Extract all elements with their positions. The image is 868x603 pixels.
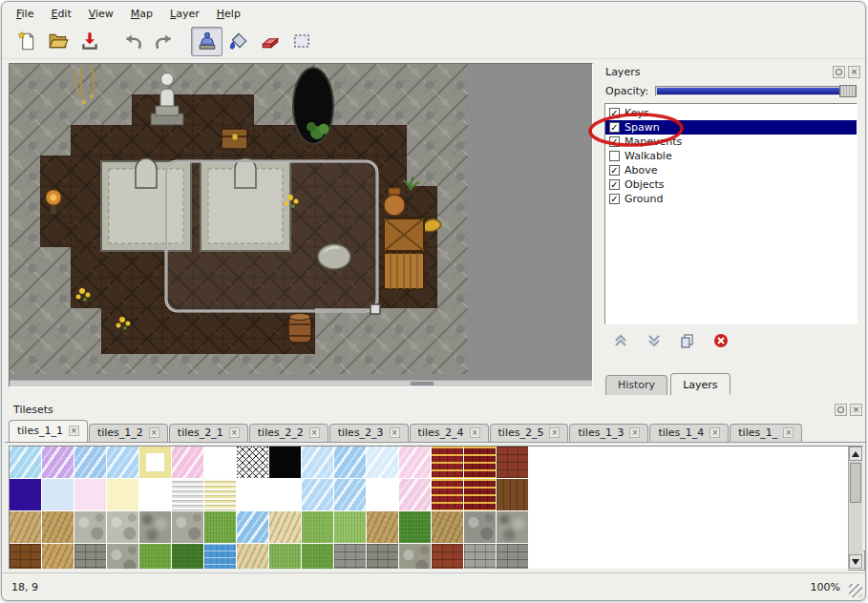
tile[interactable] xyxy=(172,447,203,478)
redo-button[interactable] xyxy=(148,27,180,56)
tile[interactable] xyxy=(464,479,496,510)
tile[interactable] xyxy=(432,479,463,510)
layer-row-ground[interactable]: ✓Ground xyxy=(605,192,857,206)
eraser-tool-button[interactable] xyxy=(254,27,286,56)
tab-history[interactable]: History xyxy=(605,375,667,395)
layer-list[interactable]: ✓Keys✓Spawn✓MapeventsWalkable✓Above✓Obje… xyxy=(604,103,857,324)
tile[interactable] xyxy=(42,511,74,543)
menu-map[interactable]: Map xyxy=(122,6,161,23)
layer-row-above[interactable]: ✓Above xyxy=(605,163,857,177)
tile[interactable] xyxy=(399,511,431,543)
tileset-tab-tiles_2_3[interactable]: tiles_2_3× xyxy=(329,424,409,442)
tab-close-icon[interactable]: × xyxy=(629,427,640,438)
tile[interactable] xyxy=(334,544,366,570)
open-button[interactable] xyxy=(42,27,74,56)
tile[interactable] xyxy=(237,479,268,510)
tile[interactable] xyxy=(204,511,236,543)
tab-close-icon[interactable]: × xyxy=(783,427,794,438)
tile[interactable] xyxy=(269,511,301,543)
resize-grip[interactable] xyxy=(849,584,862,597)
scroll-up-button[interactable] xyxy=(849,447,862,461)
tile-grid[interactable] xyxy=(10,447,528,570)
tile[interactable] xyxy=(42,479,74,510)
tile[interactable] xyxy=(464,511,496,543)
tile[interactable] xyxy=(42,544,74,570)
tile[interactable] xyxy=(74,511,106,543)
tile[interactable] xyxy=(10,544,41,570)
tile[interactable] xyxy=(367,544,398,570)
tile[interactable] xyxy=(74,544,106,570)
save-button[interactable] xyxy=(74,27,105,56)
tile[interactable] xyxy=(302,544,333,570)
tileset-tab-tiles_1_2[interactable]: tiles_1_2× xyxy=(89,424,168,442)
undo-button[interactable] xyxy=(116,27,148,56)
fill-tool-button[interactable] xyxy=(222,27,254,56)
tile[interactable] xyxy=(172,479,203,510)
tile[interactable] xyxy=(334,479,366,510)
layer-row-spawn[interactable]: ✓Spawn xyxy=(605,120,857,135)
tileset-tab-tiles_1_[interactable]: tiles_1_× xyxy=(730,424,802,442)
tile[interactable] xyxy=(204,544,236,570)
tile[interactable] xyxy=(269,544,301,570)
tile[interactable] xyxy=(237,544,268,570)
tile[interactable] xyxy=(497,479,528,510)
tile[interactable] xyxy=(302,479,333,510)
layer-visibility-checkbox[interactable]: ✓ xyxy=(609,194,620,204)
tileset-tab-tiles_1_3[interactable]: tiles_1_3× xyxy=(569,424,648,442)
tab-close-icon[interactable]: × xyxy=(470,427,480,438)
tab-close-icon[interactable]: × xyxy=(149,427,159,438)
tile[interactable] xyxy=(237,511,268,543)
float-panel-button[interactable] xyxy=(833,66,845,78)
tile[interactable] xyxy=(10,511,41,543)
tile[interactable] xyxy=(10,447,41,478)
close-panel-button[interactable]: × xyxy=(848,66,860,78)
tab-close-icon[interactable]: × xyxy=(229,427,240,438)
tile[interactable] xyxy=(432,544,463,570)
opacity-slider-handle[interactable] xyxy=(839,85,857,97)
tile[interactable] xyxy=(367,511,398,543)
selection-tool-button[interactable] xyxy=(286,27,317,56)
tile[interactable] xyxy=(367,447,398,478)
tile[interactable] xyxy=(139,447,171,478)
tile[interactable] xyxy=(237,447,268,478)
stamp-tool-button[interactable] xyxy=(191,27,222,56)
layer-row-mapevents[interactable]: ✓Mapevents xyxy=(605,135,857,149)
tab-layers[interactable]: Layers xyxy=(670,373,730,395)
delete-layer-button[interactable] xyxy=(712,332,730,348)
menu-layer[interactable]: Layer xyxy=(161,6,208,23)
layer-row-keys[interactable]: ✓Keys xyxy=(605,106,857,120)
tileset-tab-tiles_1_1[interactable]: tiles_1_1× xyxy=(9,420,88,442)
menu-edit[interactable]: Edit xyxy=(42,6,79,23)
menu-view[interactable]: View xyxy=(80,6,122,23)
layer-visibility-checkbox[interactable]: ✓ xyxy=(609,136,620,147)
tab-close-icon[interactable]: × xyxy=(390,427,400,438)
tile[interactable] xyxy=(172,544,203,570)
tileset-tab-tiles_2_4[interactable]: tiles_2_4× xyxy=(410,424,489,442)
tileset-vertical-scrollbar[interactable] xyxy=(848,447,862,569)
tile[interactable] xyxy=(107,479,138,510)
move-layer-up-button[interactable] xyxy=(612,332,629,348)
tile[interactable] xyxy=(74,447,106,478)
float-panel-button[interactable] xyxy=(835,404,847,416)
tile[interactable] xyxy=(497,447,528,478)
tile[interactable] xyxy=(172,511,203,543)
tab-close-icon[interactable]: × xyxy=(549,427,560,438)
layer-visibility-checkbox[interactable]: ✓ xyxy=(609,165,620,176)
tile[interactable] xyxy=(204,447,236,478)
tile[interactable] xyxy=(74,479,106,510)
tab-close-icon[interactable]: × xyxy=(309,427,320,438)
tileset-tab-tiles_1_4[interactable]: tiles_1_4× xyxy=(649,424,729,442)
tile[interactable] xyxy=(432,447,463,478)
layer-row-objects[interactable]: ✓Objects xyxy=(605,177,857,192)
map-canvas[interactable] xyxy=(10,64,468,374)
scrollbar-thumb[interactable] xyxy=(411,382,434,385)
tile[interactable] xyxy=(269,447,301,478)
scrollbar-thumb[interactable] xyxy=(850,463,861,503)
move-layer-down-button[interactable] xyxy=(646,332,663,348)
layer-visibility-checkbox[interactable]: ✓ xyxy=(609,108,620,118)
close-panel-button[interactable]: × xyxy=(850,404,862,416)
tile[interactable] xyxy=(42,447,74,478)
tab-close-icon[interactable]: × xyxy=(69,426,79,436)
layer-visibility-checkbox[interactable] xyxy=(609,151,620,161)
layer-visibility-checkbox[interactable]: ✓ xyxy=(609,122,620,133)
